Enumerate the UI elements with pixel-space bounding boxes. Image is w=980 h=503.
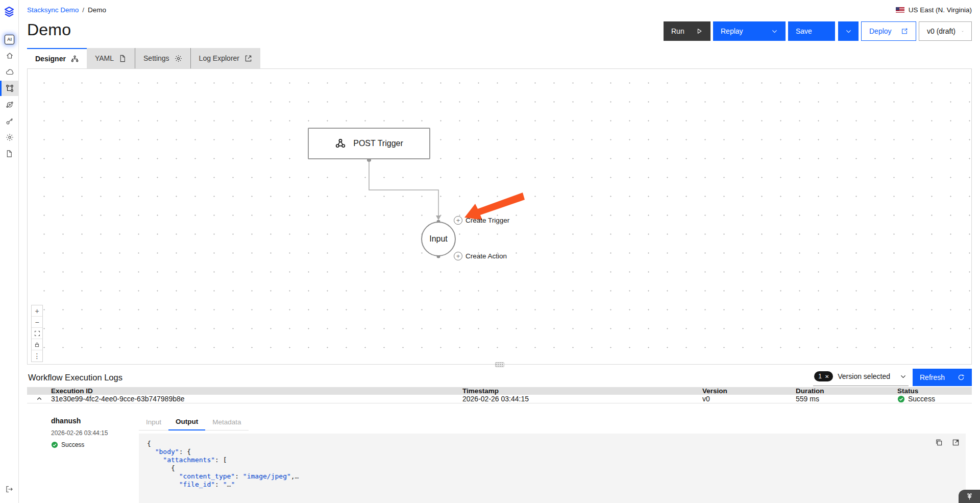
launch-icon	[244, 55, 252, 62]
execution-info: dhanush 2026-02-26 03:44:15 Success	[51, 417, 139, 503]
clear-filter-icon[interactable]: ✕	[825, 374, 829, 379]
input-node[interactable]: Input	[421, 222, 456, 256]
chevron-down-icon	[845, 28, 852, 35]
main-area: Stacksync Demo/Demo US East (N. Virginia…	[19, 0, 980, 503]
sidebar-item-integrations[interactable]	[0, 97, 19, 112]
execution-detail: dhanush 2026-02-26 03:44:15 Success Inpu…	[27, 403, 972, 503]
detail-tab-metadata[interactable]: Metadata	[205, 417, 248, 430]
breadcrumb-parent-link[interactable]: Stacksync Demo	[27, 6, 79, 14]
sidebar-item-docs[interactable]	[0, 146, 19, 161]
duration-cell: 559 ms	[796, 395, 897, 403]
plus-circle-icon: +	[454, 252, 462, 260]
detail-tabs: Input Output Metadata	[139, 417, 249, 430]
lock-button[interactable]	[32, 339, 42, 350]
webhook-icon	[335, 138, 346, 149]
sidebar-item-api-keys[interactable]	[0, 113, 19, 129]
expand-button[interactable]	[952, 439, 960, 446]
chevron-down-icon	[771, 28, 778, 35]
tab-yaml[interactable]: YAML	[87, 48, 135, 68]
copy-button[interactable]	[935, 439, 943, 446]
version-select[interactable]: v0 (draft)	[919, 21, 972, 41]
fern-icon	[966, 493, 973, 500]
hub-icon	[6, 101, 14, 109]
lock-icon	[34, 342, 40, 348]
tab-settings[interactable]: Settings	[135, 48, 190, 68]
layers-icon	[3, 6, 15, 18]
cloud-icon	[5, 68, 14, 76]
more-options-button[interactable]: ⋮	[32, 350, 42, 362]
execution-output: Input Output Metadata { "body": { "attac…	[139, 417, 966, 503]
execution-id-cell: 31e30e99-4fc2-4ee0-9cce-63b747989b8e	[51, 395, 462, 403]
node-label: POST Trigger	[353, 139, 403, 148]
replay-button[interactable]: Replay	[713, 21, 786, 41]
execution-logs-panel: Workflow Execution Logs 1 ✕ Version sele…	[19, 365, 980, 503]
logs-header: Workflow Execution Logs 1 ✕ Version sele…	[27, 365, 972, 386]
stacksync-logo[interactable]	[3, 5, 16, 18]
workflow-canvas[interactable]: POST Trigger Input + Create Trigger + Cr…	[27, 68, 972, 365]
refresh-button[interactable]: Refresh	[913, 369, 972, 386]
home-icon	[6, 52, 14, 60]
deploy-icon	[901, 28, 908, 35]
region-selector[interactable]: US East (N. Virginia)	[896, 6, 972, 14]
breadcrumb-separator: /	[82, 6, 84, 14]
sidebar-item-settings[interactable]	[0, 130, 19, 145]
sidebar-item-ai[interactable]: AI	[0, 32, 19, 47]
success-check-icon	[897, 395, 905, 403]
save-menu-button[interactable]	[838, 21, 859, 41]
action-buttons: Run Replay Save Deploy v0	[664, 21, 972, 41]
key-icon	[6, 117, 14, 125]
tab-designer[interactable]: Designer	[27, 48, 87, 68]
page-title: Demo	[27, 20, 71, 39]
zoom-in-button[interactable]: +	[32, 305, 42, 317]
fit-view-icon	[34, 330, 40, 337]
sidebar-item-cloud[interactable]	[0, 64, 19, 80]
save-button[interactable]: Save	[788, 21, 835, 41]
flow-icon	[6, 84, 14, 92]
execution-status: Success	[51, 441, 139, 448]
sidebar-item-home[interactable]	[0, 48, 19, 63]
output-code-block: { "body": { "attachments": [ { "content_…	[139, 434, 966, 503]
column-header: Duration	[796, 387, 897, 395]
deploy-button[interactable]: Deploy	[861, 21, 916, 41]
title-row: Demo Run Replay Save Deploy	[19, 17, 980, 41]
collapse-row-button[interactable]	[36, 396, 42, 402]
version-filter-dropdown[interactable]: 1 ✕ Version selected	[813, 371, 909, 386]
logout-button[interactable]	[0, 482, 19, 497]
sidebar: AI	[0, 0, 19, 503]
create-action-button[interactable]: + Create Action	[454, 252, 507, 260]
gear-icon	[6, 133, 14, 141]
us-flag-icon	[896, 7, 904, 13]
logs-table-header: Execution ID Timestamp Version Duration …	[27, 387, 972, 395]
plus-circle-icon: +	[454, 216, 462, 225]
detail-tab-output[interactable]: Output	[168, 417, 205, 430]
code-block-lines: { "body": { "attachments": [ { "content_…	[139, 434, 966, 495]
fit-view-button[interactable]	[32, 328, 42, 339]
version-cell: v0	[702, 395, 796, 403]
support-widget-button[interactable]	[959, 490, 980, 503]
table-row[interactable]: 31e30e99-4fc2-4ee0-9cce-63b747989b8e 202…	[27, 395, 972, 403]
tab-log-explorer[interactable]: Log Explorer	[190, 48, 260, 68]
timestamp-cell: 2026-02-26 03:44:15	[462, 395, 702, 403]
node-label: Input	[429, 234, 448, 244]
execution-timestamp: 2026-02-26 03:44:15	[51, 429, 139, 437]
ai-icon: AI	[5, 35, 14, 44]
sidebar-item-workflows[interactable]	[0, 81, 19, 96]
zoom-out-button[interactable]: −	[32, 317, 42, 328]
post-trigger-node[interactable]: POST Trigger	[308, 128, 430, 159]
create-trigger-button[interactable]: + Create Trigger	[454, 216, 509, 225]
maximize-icon	[952, 439, 960, 446]
status-cell: Success	[897, 395, 972, 403]
panel-resize-handle[interactable]	[495, 362, 504, 367]
document-icon	[119, 55, 127, 62]
filter-count-tag: 1 ✕	[814, 371, 833, 381]
play-icon	[696, 28, 703, 35]
column-header: Execution ID	[51, 387, 462, 395]
document-icon	[6, 150, 13, 158]
refresh-icon	[958, 374, 965, 381]
chevron-down-icon	[900, 373, 906, 380]
chevron-down-icon	[962, 28, 964, 35]
region-label: US East (N. Virginia)	[909, 6, 972, 14]
main-tabs: Designer YAML Settings Log Explorer	[27, 48, 972, 68]
run-button[interactable]: Run	[664, 21, 710, 41]
detail-tab-input[interactable]: Input	[139, 417, 168, 430]
